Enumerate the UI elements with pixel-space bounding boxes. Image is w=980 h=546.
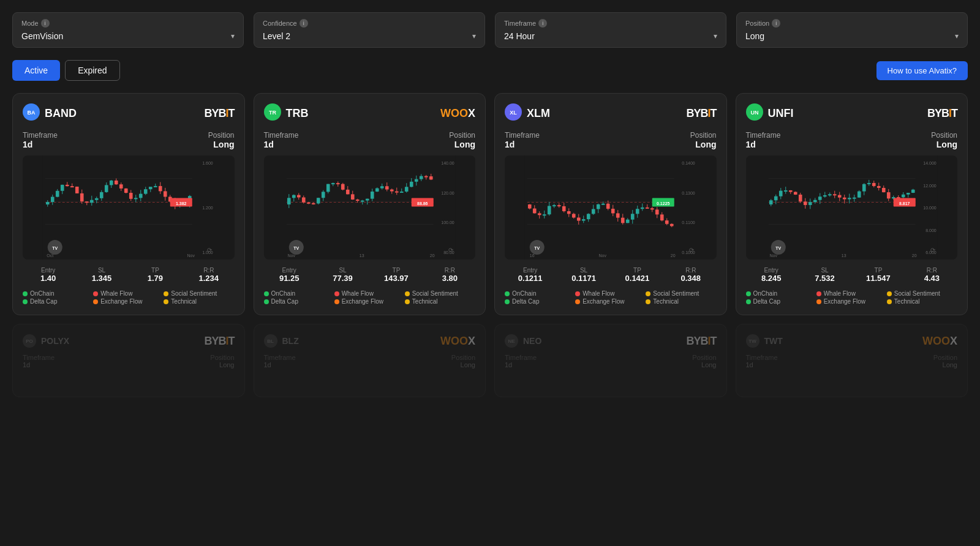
whaleflow-dot [334,291,339,296]
chart-area: 88.86140.00120.00100.0080.00Nov1320TV⟳ [264,155,476,260]
trade-card[interactable]: TR TRB WOOX Timeframe 1d Position Long 8… [254,93,486,315]
deltacap-dot [23,299,28,304]
faded-trade-card[interactable]: BL BLZ WOOX Timeframe 1d Position Long [254,324,486,397]
svg-rect-273 [842,198,846,200]
deltacap-label: Delta Cap [753,298,780,305]
mode-value[interactable]: GemVision ▾ [21,31,235,41]
svg-rect-135 [409,182,413,187]
onchain-dot [505,291,510,296]
confidence-value[interactable]: Level 2 ▾ [263,31,476,41]
svg-rect-166 [533,209,537,214]
svg-rect-28 [95,198,99,200]
timeframe-chevron-icon: ▾ [714,32,717,40]
position-dropdown[interactable]: Position i Long ▾ [736,12,968,48]
indicator-deltacap: Delta Cap [23,298,93,305]
faded-timeframe-label: Timeframe [23,354,55,361]
svg-rect-40 [124,189,128,193]
svg-rect-54 [159,186,162,191]
indicators: OnChain Whale Flow Social Sentiment Delt… [505,290,717,305]
svg-rect-285 [872,183,875,186]
svg-rect-237 [766,155,937,260]
svg-rect-101 [326,184,330,192]
timeframe-label: Timeframe [746,131,781,140]
active-button[interactable]: Active [12,60,60,81]
coin-name: XL XLM [505,103,550,124]
svg-text:120.00: 120.00 [441,191,454,195]
svg-text:16: 16 [530,253,535,258]
sl-label: SL [317,267,368,274]
faded-meta: Timeframe 1d Position Long [505,354,717,368]
faded-coin-name: BL BLZ [264,334,299,348]
indicator-exchangeflow: Exchange Flow [334,298,405,305]
filter-buttons: Active Expired [12,60,120,81]
tp-value: 0.1421 [612,274,663,283]
position-info-icon[interactable]: i [772,19,780,28]
faded-trade-card[interactable]: PO POLYX BYBIT Timeframe 1d Position Lon… [12,324,245,397]
faded-meta: Timeframe 1d Position Long [23,354,235,368]
svg-text:⟳: ⟳ [930,247,935,253]
indicators: OnChain Whale Flow Social Sentiment Delt… [264,290,476,305]
svg-text:100.00: 100.00 [441,220,454,225]
svg-text:1.200: 1.200 [202,206,213,210]
svg-rect-42 [129,193,133,199]
how-to-button[interactable]: How to use Alvatix? [876,61,968,80]
svg-rect-176 [557,205,561,206]
entry-stat: Entry 1.40 [23,267,74,283]
svg-rect-125 [385,186,388,189]
chart-area: 8.81714.00012.00010.0008.0006.000Nov1320… [746,155,958,260]
tp-stat: TP 143.97 [371,267,421,283]
rr-label: R:R [424,267,475,274]
tp-value: 11.547 [853,274,903,283]
timeframe-info-icon[interactable]: i [538,19,547,28]
svg-rect-198 [611,209,615,213]
svg-rect-143 [429,176,432,179]
svg-text:XL: XL [510,110,517,116]
svg-rect-279 [857,192,861,198]
faded-card-header: NE NEO BYBIT [505,334,717,348]
mode-info-icon[interactable]: i [41,19,50,28]
whaleflow-label: Whale Flow [824,290,856,297]
technical-label: Technical [894,298,920,305]
svg-rect-192 [597,204,600,209]
onchain-dot [746,291,751,296]
timeframe-dropdown[interactable]: Timeframe i 24 Hour ▾ [495,12,726,48]
tp-stat: TP 11.547 [853,267,903,283]
svg-text:20: 20 [671,253,676,258]
expired-button[interactable]: Expired [65,60,119,81]
sl-stat: SL 0.1171 [558,267,609,283]
entry-value: 91.25 [264,274,315,283]
confidence-info-icon[interactable]: i [300,19,308,28]
timeframe-value: 1d [505,140,540,149]
svg-text:TV: TV [775,246,781,250]
faded-trade-card[interactable]: TW TWT WOOX Timeframe 1d Position Long [736,324,968,397]
svg-text:0.1100: 0.1100 [682,220,695,225]
position-value[interactable]: Long ▾ [745,31,959,41]
trade-card[interactable]: XL XLM BYBIT Timeframe 1d Position Long … [494,93,727,315]
svg-rect-36 [115,181,118,184]
mode-dropdown[interactable]: Mode i GemVision ▾ [12,12,244,48]
sl-value: 77.39 [317,274,368,283]
timeframe-value[interactable]: 24 Hour ▾ [504,31,717,41]
trade-card[interactable]: UN UNFI BYBIT Timeframe 1d Position Long… [736,93,968,315]
svg-rect-113 [355,200,359,201]
svg-text:TV: TV [293,246,299,250]
svg-rect-93 [306,203,310,204]
indicator-deltacap: Delta Cap [746,298,816,305]
svg-rect-210 [641,208,644,209]
deltacap-label: Delta Cap [271,298,298,305]
svg-rect-117 [365,199,369,201]
entry-value: 0.1211 [505,274,556,283]
trade-card[interactable]: BA BAND BYBIT Timeframe 1d Position Long… [12,93,245,315]
tp-value: 1.79 [130,274,181,283]
svg-rect-196 [606,204,610,209]
confidence-dropdown[interactable]: Confidence i Level 2 ▾ [254,12,485,48]
svg-rect-109 [345,190,349,195]
svg-rect-178 [562,206,566,211]
chart-area: 0.12250.14000.13000.11000.100016Nov20TV⟳ [505,155,717,260]
svg-rect-194 [601,204,605,205]
svg-rect-2 [43,155,214,260]
coin-name: TR TRB [264,103,309,124]
svg-rect-79 [284,155,455,260]
technical-dot [887,299,892,304]
faded-trade-card[interactable]: NE NEO BYBIT Timeframe 1d Position Long [494,324,727,397]
